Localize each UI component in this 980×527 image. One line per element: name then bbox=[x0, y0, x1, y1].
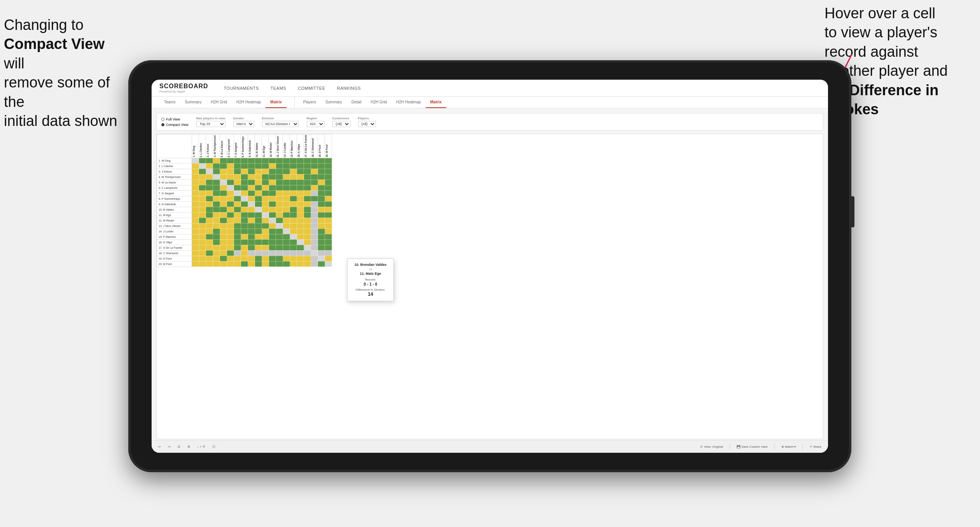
matrix-cell[interactable] bbox=[269, 163, 276, 169]
matrix-cell[interactable] bbox=[206, 185, 213, 190]
matrix-cell[interactable] bbox=[276, 239, 283, 245]
matrix-cell[interactable] bbox=[269, 196, 276, 201]
matrix-cell[interactable] bbox=[206, 201, 213, 207]
matrix-cell[interactable] bbox=[241, 229, 248, 234]
matrix-cell[interactable] bbox=[297, 245, 304, 250]
matrix-cell[interactable] bbox=[276, 256, 283, 261]
matrix-cell[interactable] bbox=[290, 223, 297, 229]
matrix-cell[interactable] bbox=[325, 239, 332, 245]
matrix-cell[interactable] bbox=[269, 174, 276, 180]
matrix-cell[interactable] bbox=[290, 201, 297, 207]
matrix-cell[interactable] bbox=[199, 256, 206, 261]
matrix-cell[interactable] bbox=[297, 223, 304, 229]
matrix-cell[interactable] bbox=[311, 223, 318, 229]
matrix-cell[interactable] bbox=[248, 174, 255, 180]
matrix-cell[interactable] bbox=[241, 261, 248, 267]
matrix-cell[interactable] bbox=[311, 239, 318, 245]
full-view-radio[interactable] bbox=[161, 118, 164, 121]
matrix-cell[interactable] bbox=[311, 234, 318, 239]
matrix-cell[interactable] bbox=[297, 196, 304, 201]
matrix-cell[interactable] bbox=[255, 212, 262, 218]
matrix-cell[interactable] bbox=[220, 158, 227, 163]
matrix-cell[interactable] bbox=[199, 245, 206, 250]
matrix-cell[interactable] bbox=[227, 201, 234, 207]
matrix-cell[interactable] bbox=[206, 256, 213, 261]
matrix-cell[interactable] bbox=[262, 163, 269, 169]
matrix-cell[interactable] bbox=[227, 261, 234, 267]
matrix-cell[interactable] bbox=[213, 223, 220, 229]
matrix-cell[interactable] bbox=[220, 239, 227, 245]
matrix-cell[interactable] bbox=[325, 261, 332, 267]
tab-summary-outer[interactable]: Summary bbox=[180, 97, 206, 108]
matrix-cell[interactable] bbox=[220, 250, 227, 256]
matrix-cell[interactable] bbox=[318, 218, 325, 223]
matrix-cell[interactable] bbox=[199, 212, 206, 218]
matrix-cell[interactable] bbox=[283, 250, 290, 256]
matrix-cell[interactable] bbox=[206, 163, 213, 169]
matrix-cell[interactable] bbox=[220, 218, 227, 223]
matrix-cell[interactable] bbox=[255, 207, 262, 212]
matrix-cell[interactable] bbox=[248, 256, 255, 261]
matrix-cell[interactable] bbox=[325, 245, 332, 250]
matrix-cell[interactable] bbox=[318, 212, 325, 218]
matrix-cell[interactable] bbox=[192, 239, 199, 245]
matrix-cell[interactable] bbox=[206, 158, 213, 163]
matrix-cell[interactable] bbox=[262, 201, 269, 207]
matrix-cell[interactable] bbox=[255, 180, 262, 185]
matrix-cell[interactable] bbox=[304, 218, 311, 223]
matrix-cell[interactable] bbox=[213, 261, 220, 267]
matrix-cell[interactable] bbox=[192, 261, 199, 267]
matrix-cell[interactable] bbox=[227, 163, 234, 169]
matrix-cell[interactable] bbox=[262, 261, 269, 267]
matrix-cell[interactable] bbox=[318, 158, 325, 163]
matrix-cell[interactable] bbox=[276, 174, 283, 180]
matrix-cell[interactable] bbox=[199, 234, 206, 239]
tab-matrix-inner[interactable]: Matrix bbox=[426, 97, 446, 108]
matrix-cell[interactable] bbox=[290, 256, 297, 261]
matrix-cell[interactable] bbox=[304, 245, 311, 250]
matrix-cell[interactable] bbox=[269, 261, 276, 267]
matrix-cell[interactable] bbox=[262, 190, 269, 196]
matrix-cell[interactable] bbox=[318, 250, 325, 256]
matrix-cell[interactable] bbox=[297, 201, 304, 207]
matrix-cell[interactable] bbox=[290, 158, 297, 163]
matrix-cell[interactable] bbox=[220, 201, 227, 207]
matrix-cell[interactable] bbox=[297, 185, 304, 190]
matrix-cell[interactable] bbox=[262, 212, 269, 218]
matrix-cell[interactable] bbox=[290, 185, 297, 190]
matrix-cell[interactable] bbox=[276, 261, 283, 267]
matrix-cell[interactable] bbox=[311, 261, 318, 267]
division-select[interactable]: NCAA Division I bbox=[262, 121, 299, 127]
matrix-cell[interactable] bbox=[311, 256, 318, 261]
matrix-cell[interactable] bbox=[192, 196, 199, 201]
matrix-cell[interactable] bbox=[311, 169, 318, 174]
info-button[interactable]: ⓘ bbox=[210, 444, 217, 450]
matrix-cell[interactable] bbox=[297, 207, 304, 212]
full-view-option[interactable]: Full View bbox=[161, 117, 189, 121]
matrix-cell[interactable] bbox=[325, 223, 332, 229]
undo-button[interactable]: ↩ bbox=[156, 444, 163, 449]
matrix-cell[interactable] bbox=[213, 185, 220, 190]
zoom-controls[interactable]: – + ↺ bbox=[195, 444, 207, 449]
matrix-cell[interactable] bbox=[192, 169, 199, 174]
matrix-cell[interactable] bbox=[248, 223, 255, 229]
matrix-cell[interactable] bbox=[213, 207, 220, 212]
matrix-cell[interactable] bbox=[213, 190, 220, 196]
matrix-cell[interactable] bbox=[192, 212, 199, 218]
matrix-cell[interactable] bbox=[283, 261, 290, 267]
matrix-cell[interactable] bbox=[262, 169, 269, 174]
matrix-cell[interactable] bbox=[206, 196, 213, 201]
matrix-cell[interactable] bbox=[318, 207, 325, 212]
matrix-cell[interactable] bbox=[297, 163, 304, 169]
matrix-cell[interactable] bbox=[213, 201, 220, 207]
matrix-cell[interactable] bbox=[227, 196, 234, 201]
matrix-cell[interactable] bbox=[255, 239, 262, 245]
tab-matrix-outer[interactable]: Matrix bbox=[266, 97, 286, 108]
matrix-cell[interactable] bbox=[311, 229, 318, 234]
matrix-cell[interactable] bbox=[311, 212, 318, 218]
matrix-cell[interactable] bbox=[269, 169, 276, 174]
matrix-cell[interactable] bbox=[199, 207, 206, 212]
matrix-cell[interactable] bbox=[283, 207, 290, 212]
matrix-cell[interactable] bbox=[297, 256, 304, 261]
matrix-cell[interactable] bbox=[304, 185, 311, 190]
